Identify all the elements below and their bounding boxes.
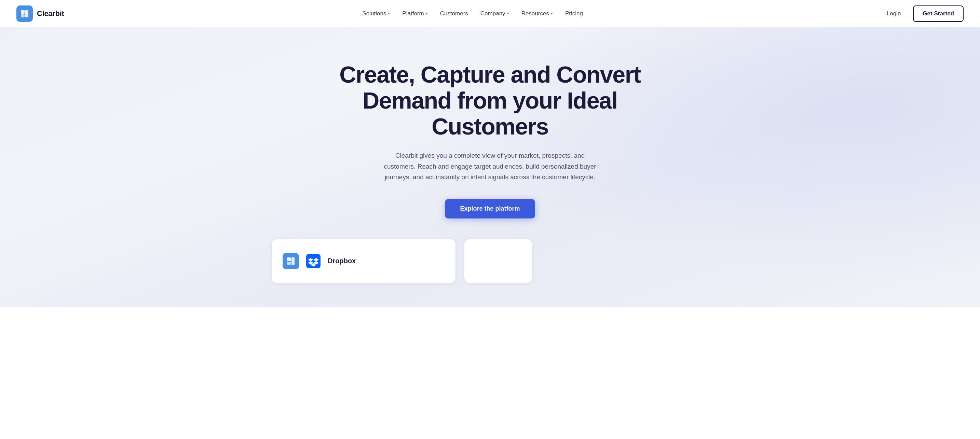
chevron-down-icon: ▾ <box>551 11 553 16</box>
hero-section: Create, Capture and Convert Demand from … <box>0 27 980 307</box>
nav-item-pricing[interactable]: Pricing <box>560 8 589 20</box>
nav-item-solutions[interactable]: Solutions ▾ <box>357 8 395 20</box>
dropbox-icon <box>305 253 321 269</box>
nav-item-company[interactable]: Company ▾ <box>475 8 515 20</box>
svg-rect-3 <box>287 257 291 261</box>
get-started-button[interactable]: Get Started <box>913 5 964 22</box>
chevron-down-icon: ▾ <box>388 11 390 16</box>
cards-preview: Dropbox <box>251 239 729 283</box>
nav-item-customers[interactable]: Customers <box>434 8 474 20</box>
login-button[interactable]: Login <box>881 8 907 20</box>
svg-rect-4 <box>287 262 291 265</box>
dropbox-card-name: Dropbox <box>328 257 356 265</box>
logo-icon <box>16 5 33 22</box>
hero-title: Create, Capture and Convert Demand from … <box>336 62 644 139</box>
svg-rect-5 <box>291 257 294 265</box>
clearbit-logo-card <box>283 253 299 269</box>
navbar: Clearbit Solutions ▾ Platform ▾ Customer… <box>0 0 980 27</box>
svg-rect-0 <box>21 10 25 14</box>
chevron-down-icon: ▾ <box>507 11 509 16</box>
nav-item-resources[interactable]: Resources ▾ <box>516 8 558 20</box>
explore-platform-button[interactable]: Explore the platform <box>445 199 535 219</box>
nav-item-platform[interactable]: Platform ▾ <box>397 8 433 20</box>
preview-card-secondary <box>464 239 532 283</box>
nav-links: Solutions ▾ Platform ▾ Customers Company… <box>357 8 588 20</box>
navbar-logo-group: Clearbit <box>16 5 64 22</box>
navbar-actions: Login Get Started <box>881 5 964 22</box>
brand-name: Clearbit <box>37 9 64 18</box>
svg-rect-2 <box>25 10 29 17</box>
preview-card-clearbit: Dropbox <box>271 239 456 283</box>
chevron-down-icon: ▾ <box>426 11 428 16</box>
hero-content: Create, Capture and Convert Demand from … <box>336 62 644 219</box>
svg-rect-1 <box>21 14 25 17</box>
hero-subtitle: Clearbit gives you a complete view of yo… <box>381 150 599 182</box>
